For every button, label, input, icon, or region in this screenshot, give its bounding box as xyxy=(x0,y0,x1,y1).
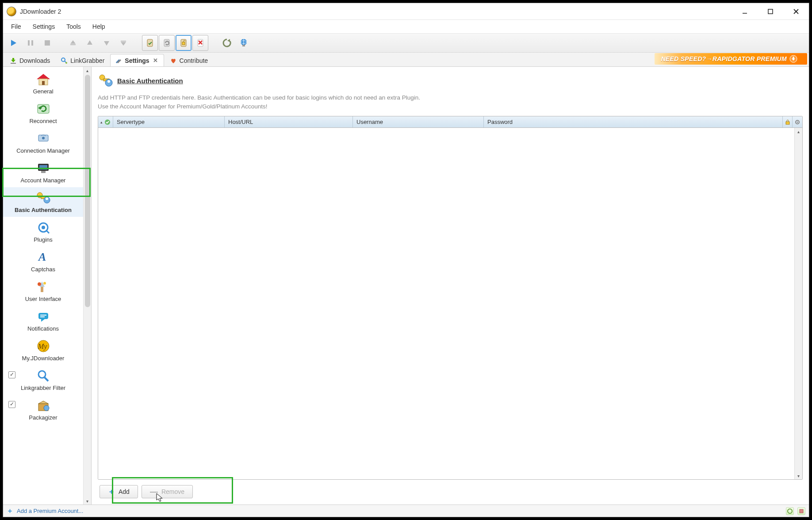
start-downloads-button[interactable] xyxy=(7,36,21,50)
update-button[interactable] xyxy=(220,36,234,50)
window-title: JDownloader 2 xyxy=(20,8,61,15)
scroll-down-button[interactable]: ▾ xyxy=(795,472,802,479)
tab-label: Settings xyxy=(125,57,149,64)
stop-downloads-button[interactable] xyxy=(40,36,54,50)
sidebar-item-label: Connection Manager xyxy=(3,147,83,154)
settings-content: Basic Authentication Add HTTP and FTP cr… xyxy=(92,67,809,505)
body: General Reconnect Connection Manager Acc… xyxy=(3,67,809,505)
move-down-button[interactable] xyxy=(100,36,114,50)
clipboard-reconnect-button[interactable] xyxy=(159,35,175,51)
menu-file[interactable]: File xyxy=(6,21,27,32)
svg-rect-5 xyxy=(28,40,30,46)
sidebar-item-general[interactable]: General xyxy=(3,69,83,98)
button-label: Remove xyxy=(161,488,184,495)
download-icon xyxy=(10,57,17,64)
menu-settings[interactable]: Settings xyxy=(27,21,61,32)
plus-icon: ＋ xyxy=(7,507,13,515)
toolbar xyxy=(3,33,809,53)
menu-help[interactable]: Help xyxy=(87,21,111,32)
pause-downloads-button[interactable] xyxy=(23,36,38,50)
notifications-icon xyxy=(34,308,53,324)
tab-close-button[interactable]: ✕ xyxy=(152,57,159,64)
scroll-down-button[interactable]: ▾ xyxy=(84,497,91,505)
premium-banner[interactable]: NEED SPEED?→RAPIDGATOR PREMIUM xyxy=(655,53,807,65)
move-top-button[interactable] xyxy=(66,36,80,50)
status-icon-2[interactable] xyxy=(797,507,805,515)
col-servertype[interactable]: Servertype xyxy=(113,116,225,127)
sidebar-item-myjd[interactable]: My My.JDownloader xyxy=(3,335,83,365)
clipboard-delete-button[interactable] xyxy=(192,35,208,51)
sidebar-scrollbar[interactable]: ▴ ▾ xyxy=(83,67,91,505)
clipboard-premium-button[interactable] xyxy=(176,35,192,51)
tab-downloads[interactable]: Downloads xyxy=(5,54,55,66)
svg-point-59 xyxy=(43,282,46,285)
move-bottom-button[interactable] xyxy=(116,36,130,50)
sidebar-item-label: Linkgrabber Filter xyxy=(3,385,83,391)
sidebar-checkbox[interactable] xyxy=(8,401,15,408)
sidebar-item-account[interactable]: Account Manager xyxy=(3,158,83,187)
svg-marker-13 xyxy=(121,42,126,46)
tab-linkgrabber[interactable]: LinkGrabber xyxy=(56,54,109,66)
linkgrabber-icon xyxy=(61,57,68,64)
svg-rect-27 xyxy=(12,58,14,60)
plugins-icon xyxy=(34,220,53,235)
tab-settings[interactable]: Settings ✕ xyxy=(110,54,164,66)
svg-marker-61 xyxy=(41,319,45,322)
remove-button[interactable]: —Remove xyxy=(142,485,193,498)
tab-contribute[interactable]: Contribute xyxy=(165,54,213,66)
sidebar-item-basicauth[interactable]: Basic Authentication xyxy=(3,187,83,217)
scroll-up-button[interactable]: ▴ xyxy=(84,67,91,74)
globe-button[interactable] xyxy=(237,36,251,50)
home-icon xyxy=(34,71,53,87)
add-premium-link[interactable]: Add a Premium Account... xyxy=(17,508,83,514)
sidebar-item-connection[interactable]: Connection Manager xyxy=(3,128,83,158)
sidebar-item-linkfilter[interactable]: Linkgrabber Filter xyxy=(3,365,83,395)
col-password[interactable]: Password xyxy=(484,116,783,127)
sidebar-item-plugins[interactable]: Plugins xyxy=(3,217,83,247)
page-description: Add HTTP and FTP credentials here. Basic… xyxy=(98,93,803,111)
menu-tools[interactable]: Tools xyxy=(61,21,86,32)
svg-point-29 xyxy=(61,58,65,62)
svg-marker-8 xyxy=(70,40,76,44)
sidebar-item-packagizer[interactable]: Packagizer xyxy=(3,395,83,424)
svg-point-75 xyxy=(107,80,110,83)
scroll-thumb[interactable] xyxy=(85,75,90,307)
add-button[interactable]: ＋Add xyxy=(100,485,138,498)
svg-rect-45 xyxy=(39,165,47,169)
banner-download-icon xyxy=(789,55,797,63)
col-username[interactable]: Username xyxy=(353,116,484,127)
svg-rect-25 xyxy=(242,45,245,46)
sidebar-item-ui[interactable]: User Interface xyxy=(3,276,83,306)
minimize-button[interactable] xyxy=(732,3,758,20)
sidebar-item-reconnect[interactable]: Reconnect xyxy=(3,98,83,128)
svg-point-51 xyxy=(46,197,48,200)
col-settings[interactable] xyxy=(793,116,802,127)
maximize-button[interactable] xyxy=(758,3,783,20)
svg-rect-1 xyxy=(768,9,773,14)
svg-line-67 xyxy=(44,377,48,381)
col-hosturl[interactable]: Host/URL xyxy=(225,116,353,127)
sidebar-item-label: Basic Authentication xyxy=(3,207,83,213)
svg-rect-77 xyxy=(786,122,789,124)
status-icon-1[interactable] xyxy=(786,507,794,515)
sidebar-item-captchas[interactable]: A Captchas xyxy=(3,247,83,276)
svg-point-31 xyxy=(65,62,67,64)
move-up-button[interactable] xyxy=(83,36,97,50)
sidebar-item-label: Reconnect xyxy=(3,118,83,124)
svg-rect-60 xyxy=(38,313,48,319)
table-scrollbar[interactable]: ▴ ▾ xyxy=(794,128,802,479)
sidebar-item-label: User Interface xyxy=(3,296,83,302)
cursor-icon xyxy=(156,493,164,503)
close-button[interactable] xyxy=(783,3,809,20)
clipboard-check-button[interactable] xyxy=(142,35,158,51)
sidebar-item-notifications[interactable]: Notifications xyxy=(3,306,83,335)
svg-rect-12 xyxy=(121,41,126,42)
sidebar-checkbox[interactable] xyxy=(8,371,15,378)
scroll-up-button[interactable]: ▴ xyxy=(795,128,802,135)
svg-point-58 xyxy=(38,282,41,286)
col-lock[interactable] xyxy=(783,116,793,127)
svg-marker-11 xyxy=(104,41,109,46)
col-enabled[interactable] xyxy=(98,116,113,127)
page-desc-line2: Use the Account Manager for Premium/Gold… xyxy=(98,102,803,111)
svg-point-81 xyxy=(788,509,792,513)
